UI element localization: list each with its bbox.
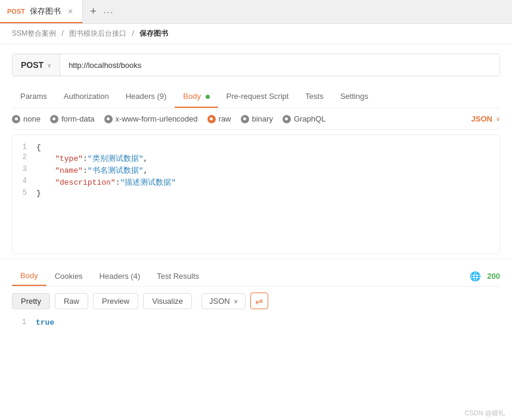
radio-circle-none: [12, 115, 20, 123]
response-status: 200: [487, 272, 500, 281]
tab-pre-request[interactable]: Pre-request Script: [218, 86, 297, 108]
radio-binary[interactable]: binary: [241, 114, 273, 123]
tab-close-button[interactable]: ×: [66, 5, 75, 17]
code-line-4: 4 "description":"描述测试数据": [13, 176, 499, 188]
globe-icon: 🌐: [470, 271, 481, 282]
response-json-dropdown[interactable]: JSON ∨: [201, 293, 246, 309]
format-visualize[interactable]: Visualize: [143, 293, 192, 309]
tab-settings[interactable]: Settings: [332, 86, 377, 108]
tab-body[interactable]: Body: [175, 86, 218, 108]
breadcrumb-item-1[interactable]: SSM整合案例: [12, 29, 56, 38]
tab-method: POST: [7, 8, 25, 15]
active-tab[interactable]: POST 保存图书 ×: [0, 0, 83, 23]
main-content: POST ∨ Params Authorization Headers (9) …: [0, 44, 512, 406]
json-select-area[interactable]: JSON ∨: [471, 114, 500, 123]
wrap-icon: ⇌: [255, 295, 263, 307]
radio-circle-graphql: [283, 115, 291, 123]
code-line-5: 5 }: [13, 188, 499, 198]
resp-tab-headers[interactable]: Headers (4): [91, 267, 149, 285]
tab-title: 保存图书: [30, 6, 61, 17]
tab-bar: POST 保存图书 × + ···: [0, 0, 512, 24]
breadcrumb-current: 保存图书: [139, 29, 168, 38]
radio-raw[interactable]: raw: [207, 114, 231, 123]
body-active-indicator: [206, 95, 210, 99]
response-actions: 🌐 200: [470, 271, 500, 282]
resp-value: true: [36, 318, 54, 327]
code-editor[interactable]: 1 { 2 "type":"类别测试数据", 3 "name":"书名测试数据"…: [12, 135, 500, 254]
footer-attribution: CSDN @婧礼: [465, 409, 505, 416]
radio-circle-urlencoded: [104, 115, 113, 123]
more-tabs-button[interactable]: ···: [104, 7, 114, 17]
radio-circle-form-data: [50, 115, 58, 123]
radio-circle-raw: [207, 115, 216, 123]
breadcrumb-separator-1: /: [61, 29, 66, 38]
response-section: Body Cookies Headers (4) Test Results 🌐 …: [12, 259, 500, 330]
response-body: 1 true: [12, 315, 500, 330]
format-pretty[interactable]: Pretty: [12, 293, 50, 309]
resp-line-1: 1 true: [12, 318, 500, 328]
breadcrumb-separator-2: /: [132, 29, 136, 38]
radio-form-data[interactable]: form-data: [50, 114, 95, 123]
json-format-button[interactable]: JSON: [471, 114, 492, 123]
radio-none[interactable]: none: [12, 114, 41, 123]
radio-circle-binary: [241, 115, 249, 123]
new-tab-button[interactable]: +: [90, 5, 97, 18]
footer: CSDN @婧礼: [0, 406, 512, 420]
response-tabs: Body Cookies Headers (4) Test Results 🌐 …: [12, 266, 500, 287]
response-format-bar: Pretty Raw Preview Visualize JSON ∨ ⇌: [12, 287, 500, 315]
resp-tab-body[interactable]: Body: [12, 266, 46, 286]
tab-params[interactable]: Params: [12, 86, 55, 108]
url-bar: POST ∨: [12, 54, 500, 76]
tab-authorization[interactable]: Authorization: [55, 86, 117, 108]
request-tabs: Params Authorization Headers (9) Body Pr…: [12, 86, 500, 108]
resp-tab-test-results[interactable]: Test Results: [148, 267, 207, 285]
code-line-2: 2 "type":"类别测试数据",: [13, 153, 499, 164]
wrap-button[interactable]: ⇌: [250, 293, 268, 309]
code-line-1: 1 {: [13, 142, 499, 153]
json-chevron-icon[interactable]: ∨: [496, 116, 500, 122]
format-preview[interactable]: Preview: [93, 293, 138, 309]
body-type-bar: none form-data x-www-form-urlencoded raw…: [12, 108, 500, 130]
breadcrumb-item-2[interactable]: 图书模块后台接口: [69, 29, 126, 38]
code-line-3: 3 "name":"书名测试数据",: [13, 164, 499, 176]
tab-tests[interactable]: Tests: [297, 86, 331, 108]
radio-graphql[interactable]: GraphQL: [283, 114, 325, 123]
json-dropdown-chevron: ∨: [234, 298, 238, 304]
app-container: POST 保存图书 × + ··· SSM整合案例 / 图书模块后台接口 / 保…: [0, 0, 512, 420]
radio-urlencoded[interactable]: x-www-form-urlencoded: [104, 114, 198, 123]
chevron-down-icon: ∨: [47, 62, 51, 69]
breadcrumb: SSM整合案例 / 图书模块后台接口 / 保存图书: [0, 24, 512, 44]
method-select[interactable]: POST ∨: [13, 54, 60, 76]
method-label: POST: [21, 60, 44, 70]
response-json-label: JSON: [209, 297, 230, 306]
resp-tab-cookies[interactable]: Cookies: [46, 267, 91, 285]
url-input[interactable]: [60, 55, 499, 76]
format-raw[interactable]: Raw: [55, 293, 88, 309]
tab-actions: + ···: [83, 5, 121, 18]
tab-headers[interactable]: Headers (9): [117, 86, 175, 108]
